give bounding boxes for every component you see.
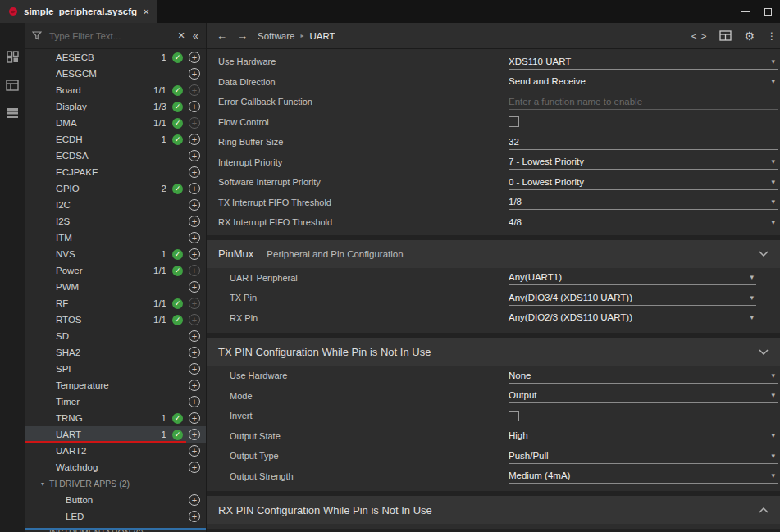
code-view-icon[interactable]: < >: [691, 31, 708, 41]
sidebar-item-i2s[interactable]: I2S+: [25, 213, 206, 230]
file-tab[interactable]: simple_peripheral.syscfg ✕: [0, 0, 157, 23]
add-icon[interactable]: +: [189, 380, 200, 391]
close-tab-icon[interactable]: ✕: [143, 7, 149, 16]
grid-panel-icon[interactable]: [719, 30, 732, 41]
add-icon[interactable]: +: [189, 494, 200, 506]
add-icon[interactable]: +: [189, 347, 200, 358]
add-icon[interactable]: +: [189, 396, 200, 407]
grid-view-icon[interactable]: [7, 51, 19, 63]
add-icon[interactable]: +: [189, 445, 200, 457]
sidebar-item-aesgcm[interactable]: AESGCM+: [25, 66, 206, 82]
sidebar-item-temperature[interactable]: Temperature+: [25, 377, 206, 393]
field-ring-buffer-size: Ring Buffer Size 32: [207, 132, 780, 152]
forward-icon[interactable]: →: [237, 30, 248, 42]
chevron-up-icon[interactable]: [759, 507, 769, 513]
add-icon[interactable]: +: [189, 330, 200, 342]
title-bar: simple_peripheral.syscfg ✕: [0, 0, 780, 23]
sidebar-item-rtos[interactable]: RTOS1/1✓+: [25, 311, 206, 328]
pinmux-section-header[interactable]: PinMux Peripheral and Pin Configuration: [207, 240, 780, 268]
rx-pin-section-header[interactable]: RX PIN Configuration While Pin is Not In…: [207, 496, 780, 524]
sidebar-item-timer[interactable]: Timer+: [25, 393, 206, 410]
sidebar-item-rf[interactable]: RF1/1✓+: [25, 295, 206, 311]
add-icon[interactable]: +: [189, 429, 200, 440]
txpin-mode-dropdown[interactable]: Output▾: [509, 388, 778, 403]
rx-pin-dropdown[interactable]: Any(DIO2/3 (XDS110 UART))▾: [509, 310, 756, 325]
add-icon[interactable]: +: [189, 166, 200, 178]
settings-gear-icon[interactable]: ⚙: [744, 30, 755, 43]
add-icon[interactable]: +: [189, 232, 200, 243]
minimize-icon[interactable]: [741, 11, 750, 12]
sidebar-item-ecdsa[interactable]: ECDSA+: [25, 148, 206, 164]
sidebar-item-nvs[interactable]: NVS1✓+: [25, 246, 206, 262]
stacked-rows-icon[interactable]: [6, 107, 19, 119]
more-options-icon[interactable]: ⋮: [767, 30, 777, 42]
add-icon[interactable]: +: [189, 150, 200, 161]
output-type-dropdown[interactable]: Push/Pull▾: [509, 448, 778, 464]
rx-fifo-threshold-dropdown[interactable]: 4/8▾: [509, 215, 778, 230]
sidebar-item-uart[interactable]: UART1✓+: [25, 426, 206, 443]
sidebar-item-sha2[interactable]: SHA2+: [25, 344, 206, 361]
add-icon[interactable]: +: [189, 248, 200, 260]
uart-peripheral-dropdown[interactable]: Any(UART1)▾: [509, 270, 756, 285]
breadcrumb-software[interactable]: Software: [258, 31, 294, 41]
add-icon[interactable]: +: [189, 216, 200, 227]
output-strength-dropdown[interactable]: Medium (4mA)▾: [509, 468, 778, 484]
module-sidebar: Type Filter Text... ✕ « AESECB1✓+ AESGCM…: [25, 23, 207, 532]
add-icon[interactable]: +: [189, 199, 200, 211]
collapse-sidebar-icon[interactable]: «: [193, 30, 198, 42]
ring-buffer-size-input[interactable]: 32: [509, 134, 778, 150]
txpin-use-hardware-dropdown[interactable]: None▾: [509, 368, 778, 384]
sidebar-item-board[interactable]: Board1/1✓+: [25, 82, 206, 98]
tx-fifo-threshold-dropdown[interactable]: 1/8▾: [509, 194, 778, 210]
interrupt-priority-dropdown[interactable]: 7 - Lowest Priority▾: [509, 154, 778, 170]
data-direction-dropdown[interactable]: Send and Receive▾: [509, 74, 778, 89]
clear-filter-icon[interactable]: ✕: [178, 30, 185, 41]
output-state-dropdown[interactable]: High▾: [509, 428, 778, 443]
field-tx-pin: TX Pin Any(DIO3/4 (XDS110 UART))▾: [207, 288, 780, 308]
add-icon[interactable]: +: [189, 134, 200, 145]
add-icon[interactable]: +: [189, 462, 200, 473]
table-view-icon[interactable]: [6, 80, 19, 91]
add-icon[interactable]: +: [189, 183, 200, 194]
sidebar-item-dma[interactable]: DMA1/1✓+: [25, 115, 206, 131]
tx-pin-section-header[interactable]: TX PIN Configuration While Pin is Not In…: [207, 338, 780, 366]
sidebar-item-itm[interactable]: ITM+: [25, 230, 206, 246]
add-icon[interactable]: +: [189, 363, 200, 375]
sidebar-item-aesecb[interactable]: AESECB1✓+: [25, 49, 206, 66]
sidebar-item-i2c[interactable]: I2C+: [25, 197, 206, 213]
invert-checkbox[interactable]: [509, 411, 519, 421]
sidebar-item-display[interactable]: Display1/3✓+: [25, 98, 206, 115]
sidebar-item-power[interactable]: Power1/1✓+: [25, 262, 206, 279]
sidebar-item-pwm[interactable]: PWM+: [25, 279, 206, 295]
dropdown-arrow-icon: ▾: [771, 431, 775, 439]
error-callback-input[interactable]: Enter a function name to enable: [509, 94, 778, 110]
back-icon[interactable]: ←: [217, 30, 227, 42]
instrumentation-underline: [25, 528, 207, 530]
add-icon[interactable]: +: [189, 412, 200, 424]
sidebar-item-button[interactable]: Button+: [25, 492, 206, 508]
add-icon[interactable]: +: [189, 511, 200, 522]
chevron-down-icon[interactable]: [759, 251, 769, 257]
sidebar-item-watchdog[interactable]: Watchdog+: [25, 459, 206, 475]
maximize-icon[interactable]: [764, 8, 772, 16]
software-interrupt-priority-dropdown[interactable]: 0 - Lowest Priority▾: [509, 175, 778, 190]
add-icon[interactable]: +: [189, 281, 200, 293]
sidebar-item-uart2[interactable]: UART2+: [25, 443, 206, 459]
flow-control-checkbox[interactable]: [509, 116, 519, 127]
sidebar-item-gpio[interactable]: GPIO2✓+: [25, 180, 206, 197]
add-icon[interactable]: +: [189, 52, 200, 63]
add-icon[interactable]: +: [189, 68, 200, 80]
sidebar-item-led[interactable]: LED+: [25, 508, 206, 525]
sidebar-item-trng[interactable]: TRNG1✓+: [25, 410, 206, 426]
use-hardware-dropdown[interactable]: XDS110 UART▾: [509, 54, 778, 70]
sidebar-item-ecjpake[interactable]: ECJPAKE+: [25, 164, 206, 180]
tx-pin-dropdown[interactable]: Any(DIO3/4 (XDS110 UART))▾: [509, 290, 756, 306]
sidebar-group-ti-driver-apps[interactable]: ▾TI DRIVER APPS (2): [25, 475, 206, 492]
add-icon[interactable]: +: [189, 101, 200, 112]
breadcrumb-uart: UART: [309, 31, 335, 41]
sidebar-item-spi[interactable]: SPI+: [25, 361, 206, 377]
filter-input[interactable]: Type Filter Text...: [49, 31, 171, 41]
sidebar-item-ecdh[interactable]: ECDH1✓+: [25, 131, 206, 148]
sidebar-item-sd[interactable]: SD+: [25, 328, 206, 344]
chevron-down-icon[interactable]: [759, 349, 769, 355]
